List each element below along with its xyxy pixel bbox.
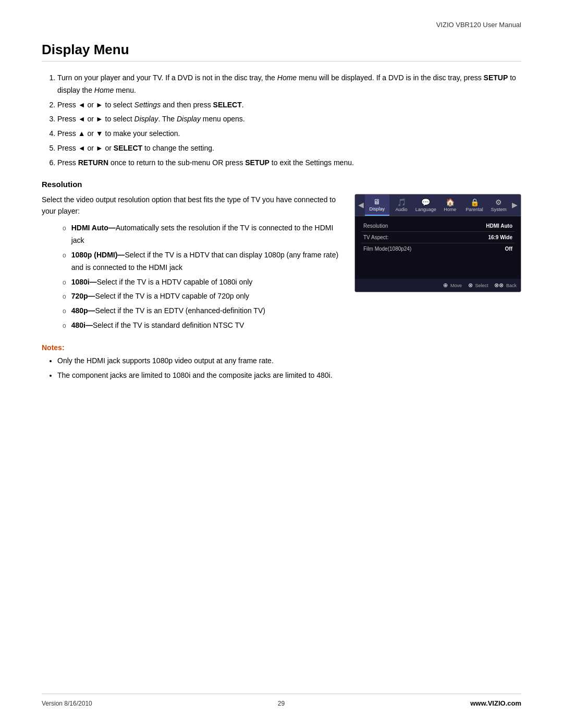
tab-audio[interactable]: 🎵 Audio bbox=[389, 195, 414, 215]
option-1080p-hdmi-text: 1080p (HDMI)—Select if the TV is a HDTV … bbox=[71, 249, 344, 274]
language-icon: 💬 bbox=[414, 198, 437, 206]
step-3: Press ◄ or ► to select Display. The Disp… bbox=[57, 113, 521, 126]
left-arrow-icon: ◀ bbox=[357, 201, 365, 209]
tab-parental[interactable]: 🔒 Parental bbox=[462, 195, 487, 215]
resolution-section: Select the video output resolution optio… bbox=[42, 194, 521, 334]
home-icon: 🏠 bbox=[439, 198, 461, 206]
note-1: Only the HDMI jack supports 1080p video … bbox=[57, 355, 521, 367]
step-1: Turn on your player and your TV. If a DV… bbox=[57, 72, 521, 97]
menu-footer: ⊕ Move ⊗ Select ⊗⊗ Back bbox=[355, 279, 521, 292]
display-icon: 🖥 bbox=[366, 198, 388, 206]
notes-list: Only the HDMI jack supports 1080p video … bbox=[57, 355, 521, 382]
option-480i-text: 480i—Select if the TV is standard defini… bbox=[71, 319, 244, 332]
option-1080i-text: 1080i—Select if the TV is a HDTV capable… bbox=[71, 276, 253, 289]
menu-screenshot: ◀ 🖥 Display 🎵 Audio 💬 Language 🏠 bbox=[354, 194, 521, 334]
footer-back: ⊗⊗ Back bbox=[494, 282, 517, 289]
tv-aspect-label: TV Aspect: bbox=[363, 235, 388, 240]
option-480i: 480i—Select if the TV is standard defini… bbox=[63, 319, 344, 332]
option-720p-text: 720p—Select if the TV is a HDTV capable … bbox=[71, 290, 249, 303]
resolution-value: HDMI Auto bbox=[486, 223, 512, 229]
tv-aspect-value: 16:9 Wide bbox=[488, 235, 512, 240]
step-4: Press ▲ or ▼ to make your selection. bbox=[57, 128, 521, 140]
main-steps-list: Turn on your player and your TV. If a DV… bbox=[57, 72, 521, 169]
resolution-heading: Resolution bbox=[42, 180, 521, 189]
tab-home[interactable]: 🏠 Home bbox=[438, 195, 462, 215]
resolution-label: Resolution bbox=[363, 223, 388, 229]
page-container: VIZIO VBR120 User Manual Display Menu Tu… bbox=[0, 0, 563, 728]
option-1080p-hdmi: 1080p (HDMI)—Select if the TV is a HDTV … bbox=[63, 249, 344, 274]
page-title: Display Menu bbox=[42, 42, 521, 61]
option-hdmi-auto-text: HDMI Auto—Automatically sets the resolut… bbox=[71, 222, 344, 247]
footer-select: ⊗ Select bbox=[468, 282, 488, 289]
step-6: Press RETURN once to return to the sub-m… bbox=[57, 157, 521, 169]
menu-tabs-bar: ◀ 🖥 Display 🎵 Audio 💬 Language 🏠 bbox=[355, 194, 521, 216]
menu-row-resolution: Resolution HDMI Auto bbox=[361, 220, 515, 232]
option-720p: 720p—Select if the TV is a HDTV capable … bbox=[63, 290, 344, 303]
tab-system[interactable]: ⚙ System bbox=[486, 195, 511, 215]
footer-page-number: 29 bbox=[278, 700, 285, 707]
step-2: Press ◄ or ► to select Settings and then… bbox=[57, 99, 521, 112]
menu-row-tv-aspect: TV Aspect: 16:9 Wide bbox=[361, 232, 515, 243]
step-5: Press ◄ or ► or SELECT to change the set… bbox=[57, 142, 521, 155]
option-480p: 480p—Select if the TV is an EDTV (enhanc… bbox=[63, 305, 344, 317]
tab-language[interactable]: 💬 Language bbox=[413, 195, 438, 215]
footer-move: ⊕ Move bbox=[443, 282, 462, 289]
film-mode-label: Film Mode(1080p24) bbox=[363, 246, 411, 252]
film-mode-value: Off bbox=[505, 246, 512, 252]
parental-icon: 🔒 bbox=[463, 198, 486, 206]
option-1080i: 1080i—Select if the TV is a HDTV capable… bbox=[63, 276, 344, 289]
tab-display[interactable]: 🖥 Display bbox=[365, 194, 389, 216]
footer-url: www.VIZIO.com bbox=[470, 699, 521, 707]
page-footer: Version 8/16/2010 29 www.VIZIO.com bbox=[42, 694, 521, 707]
option-480p-text: 480p—Select if the TV is an EDTV (enhanc… bbox=[71, 305, 265, 317]
menu-row-film-mode: Film Mode(1080p24) Off bbox=[361, 243, 515, 254]
audio-icon: 🎵 bbox=[390, 198, 413, 206]
footer-version: Version 8/16/2010 bbox=[42, 700, 92, 707]
resolution-options-list: HDMI Auto—Automatically sets the resolut… bbox=[63, 222, 344, 331]
option-hdmi-auto: HDMI Auto—Automatically sets the resolut… bbox=[63, 222, 344, 247]
system-icon: ⚙ bbox=[487, 198, 510, 206]
note-2: The component jacks are limited to 1080i… bbox=[57, 369, 521, 382]
resolution-text-block: Select the video output resolution optio… bbox=[42, 194, 344, 334]
right-arrow-icon: ▶ bbox=[511, 201, 519, 209]
menu-screenshot-box: ◀ 🖥 Display 🎵 Audio 💬 Language 🏠 bbox=[354, 194, 521, 292]
resolution-intro: Select the video output resolution optio… bbox=[42, 194, 344, 217]
notes-label: Notes: bbox=[42, 343, 521, 352]
menu-body: Resolution HDMI Auto TV Aspect: 16:9 Wid… bbox=[355, 216, 521, 279]
header-title: VIZIO VBR120 User Manual bbox=[436, 21, 521, 29]
